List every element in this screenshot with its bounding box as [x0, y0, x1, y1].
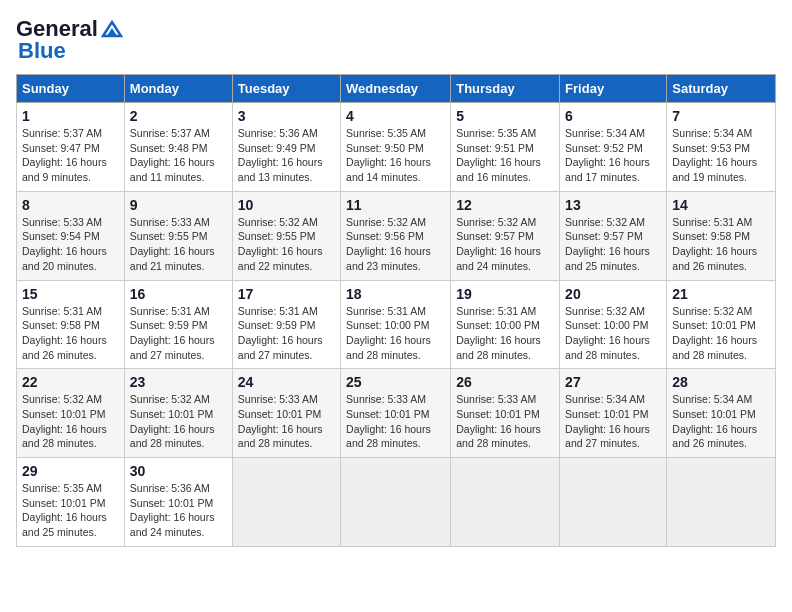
day-number: 17 [238, 286, 335, 302]
calendar-cell: 20Sunrise: 5:32 AMSunset: 10:00 PMDaylig… [560, 280, 667, 369]
day-detail: Sunrise: 5:32 AMSunset: 9:57 PMDaylight:… [565, 215, 661, 274]
day-detail: Sunrise: 5:34 AMSunset: 10:01 PMDaylight… [565, 392, 661, 451]
day-detail: Sunrise: 5:31 AMSunset: 9:59 PMDaylight:… [238, 304, 335, 363]
calendar-cell: 30Sunrise: 5:36 AMSunset: 10:01 PMDaylig… [124, 458, 232, 547]
day-number: 16 [130, 286, 227, 302]
day-number: 28 [672, 374, 770, 390]
day-number: 30 [130, 463, 227, 479]
day-detail: Sunrise: 5:37 AMSunset: 9:48 PMDaylight:… [130, 126, 227, 185]
day-number: 23 [130, 374, 227, 390]
day-number: 4 [346, 108, 445, 124]
logo-blue-text: Blue [18, 38, 66, 64]
weekday-header-saturday: Saturday [667, 75, 776, 103]
day-number: 25 [346, 374, 445, 390]
day-detail: Sunrise: 5:33 AMSunset: 10:01 PMDaylight… [456, 392, 554, 451]
page-header: General Blue [16, 16, 776, 64]
calendar-cell: 12Sunrise: 5:32 AMSunset: 9:57 PMDayligh… [451, 191, 560, 280]
calendar-cell: 19Sunrise: 5:31 AMSunset: 10:00 PMDaylig… [451, 280, 560, 369]
day-detail: Sunrise: 5:31 AMSunset: 10:00 PMDaylight… [346, 304, 445, 363]
logo: General Blue [16, 16, 123, 64]
calendar-cell: 5Sunrise: 5:35 AMSunset: 9:51 PMDaylight… [451, 103, 560, 192]
day-number: 29 [22, 463, 119, 479]
weekday-header-tuesday: Tuesday [232, 75, 340, 103]
calendar-cell: 25Sunrise: 5:33 AMSunset: 10:01 PMDaylig… [341, 369, 451, 458]
day-number: 21 [672, 286, 770, 302]
calendar-cell: 13Sunrise: 5:32 AMSunset: 9:57 PMDayligh… [560, 191, 667, 280]
day-detail: Sunrise: 5:34 AMSunset: 10:01 PMDaylight… [672, 392, 770, 451]
day-detail: Sunrise: 5:36 AMSunset: 9:49 PMDaylight:… [238, 126, 335, 185]
calendar-cell [451, 458, 560, 547]
calendar-cell: 9Sunrise: 5:33 AMSunset: 9:55 PMDaylight… [124, 191, 232, 280]
weekday-header-wednesday: Wednesday [341, 75, 451, 103]
day-detail: Sunrise: 5:34 AMSunset: 9:52 PMDaylight:… [565, 126, 661, 185]
day-detail: Sunrise: 5:33 AMSunset: 10:01 PMDaylight… [238, 392, 335, 451]
day-number: 7 [672, 108, 770, 124]
day-detail: Sunrise: 5:33 AMSunset: 9:55 PMDaylight:… [130, 215, 227, 274]
day-number: 26 [456, 374, 554, 390]
day-detail: Sunrise: 5:37 AMSunset: 9:47 PMDaylight:… [22, 126, 119, 185]
day-number: 8 [22, 197, 119, 213]
day-detail: Sunrise: 5:35 AMSunset: 9:51 PMDaylight:… [456, 126, 554, 185]
day-detail: Sunrise: 5:31 AMSunset: 9:58 PMDaylight:… [672, 215, 770, 274]
day-number: 14 [672, 197, 770, 213]
day-number: 15 [22, 286, 119, 302]
day-detail: Sunrise: 5:32 AMSunset: 9:56 PMDaylight:… [346, 215, 445, 274]
calendar-cell: 21Sunrise: 5:32 AMSunset: 10:01 PMDaylig… [667, 280, 776, 369]
calendar-cell: 28Sunrise: 5:34 AMSunset: 10:01 PMDaylig… [667, 369, 776, 458]
day-number: 24 [238, 374, 335, 390]
day-number: 11 [346, 197, 445, 213]
day-number: 9 [130, 197, 227, 213]
calendar-cell: 15Sunrise: 5:31 AMSunset: 9:58 PMDayligh… [17, 280, 125, 369]
day-number: 13 [565, 197, 661, 213]
calendar-cell: 18Sunrise: 5:31 AMSunset: 10:00 PMDaylig… [341, 280, 451, 369]
calendar-cell: 26Sunrise: 5:33 AMSunset: 10:01 PMDaylig… [451, 369, 560, 458]
calendar-cell: 6Sunrise: 5:34 AMSunset: 9:52 PMDaylight… [560, 103, 667, 192]
day-number: 1 [22, 108, 119, 124]
calendar-cell: 3Sunrise: 5:36 AMSunset: 9:49 PMDaylight… [232, 103, 340, 192]
weekday-header-monday: Monday [124, 75, 232, 103]
day-number: 27 [565, 374, 661, 390]
calendar-cell: 11Sunrise: 5:32 AMSunset: 9:56 PMDayligh… [341, 191, 451, 280]
weekday-header-sunday: Sunday [17, 75, 125, 103]
calendar-cell: 16Sunrise: 5:31 AMSunset: 9:59 PMDayligh… [124, 280, 232, 369]
day-detail: Sunrise: 5:32 AMSunset: 10:00 PMDaylight… [565, 304, 661, 363]
calendar-cell: 17Sunrise: 5:31 AMSunset: 9:59 PMDayligh… [232, 280, 340, 369]
calendar-cell [560, 458, 667, 547]
calendar-cell [667, 458, 776, 547]
day-number: 2 [130, 108, 227, 124]
day-detail: Sunrise: 5:31 AMSunset: 9:59 PMDaylight:… [130, 304, 227, 363]
day-number: 3 [238, 108, 335, 124]
calendar-cell [232, 458, 340, 547]
day-number: 5 [456, 108, 554, 124]
calendar-cell: 7Sunrise: 5:34 AMSunset: 9:53 PMDaylight… [667, 103, 776, 192]
day-number: 6 [565, 108, 661, 124]
calendar-cell: 29Sunrise: 5:35 AMSunset: 10:01 PMDaylig… [17, 458, 125, 547]
calendar-cell: 23Sunrise: 5:32 AMSunset: 10:01 PMDaylig… [124, 369, 232, 458]
calendar-cell: 2Sunrise: 5:37 AMSunset: 9:48 PMDaylight… [124, 103, 232, 192]
calendar-cell [341, 458, 451, 547]
calendar-cell: 27Sunrise: 5:34 AMSunset: 10:01 PMDaylig… [560, 369, 667, 458]
day-detail: Sunrise: 5:36 AMSunset: 10:01 PMDaylight… [130, 481, 227, 540]
day-number: 10 [238, 197, 335, 213]
day-detail: Sunrise: 5:32 AMSunset: 9:57 PMDaylight:… [456, 215, 554, 274]
logo-icon [101, 20, 123, 38]
calendar-cell: 14Sunrise: 5:31 AMSunset: 9:58 PMDayligh… [667, 191, 776, 280]
day-detail: Sunrise: 5:35 AMSunset: 9:50 PMDaylight:… [346, 126, 445, 185]
day-number: 19 [456, 286, 554, 302]
day-number: 22 [22, 374, 119, 390]
day-detail: Sunrise: 5:32 AMSunset: 9:55 PMDaylight:… [238, 215, 335, 274]
day-number: 20 [565, 286, 661, 302]
day-detail: Sunrise: 5:31 AMSunset: 9:58 PMDaylight:… [22, 304, 119, 363]
day-detail: Sunrise: 5:35 AMSunset: 10:01 PMDaylight… [22, 481, 119, 540]
day-number: 18 [346, 286, 445, 302]
calendar-cell: 22Sunrise: 5:32 AMSunset: 10:01 PMDaylig… [17, 369, 125, 458]
day-detail: Sunrise: 5:32 AMSunset: 10:01 PMDaylight… [672, 304, 770, 363]
day-detail: Sunrise: 5:33 AMSunset: 10:01 PMDaylight… [346, 392, 445, 451]
day-detail: Sunrise: 5:31 AMSunset: 10:00 PMDaylight… [456, 304, 554, 363]
day-detail: Sunrise: 5:32 AMSunset: 10:01 PMDaylight… [22, 392, 119, 451]
day-number: 12 [456, 197, 554, 213]
calendar-cell: 4Sunrise: 5:35 AMSunset: 9:50 PMDaylight… [341, 103, 451, 192]
calendar-cell: 8Sunrise: 5:33 AMSunset: 9:54 PMDaylight… [17, 191, 125, 280]
calendar-table: SundayMondayTuesdayWednesdayThursdayFrid… [16, 74, 776, 547]
calendar-cell: 10Sunrise: 5:32 AMSunset: 9:55 PMDayligh… [232, 191, 340, 280]
